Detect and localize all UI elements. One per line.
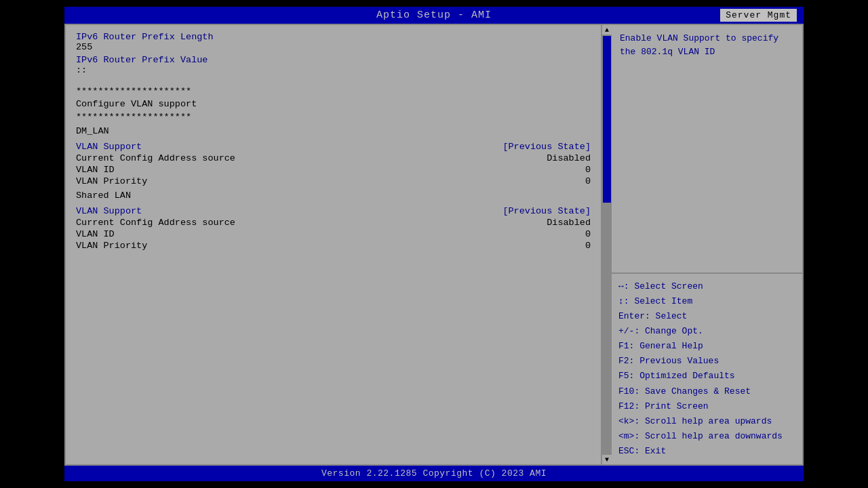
help-text-area: Enable VLAN Support to specify the 802.1… [612,25,802,274]
shared-lan-config-addr-row: Current Config Address source Disabled [76,218,591,228]
help-text-line2: the 802.1q VLAN ID [620,45,794,59]
key-f2: F2: Previous Values [618,354,795,369]
vertical-scrollbar[interactable]: ▲ ▼ [602,25,612,464]
shared-lan-vlan-id-label: VLAN ID [76,229,115,239]
key-select-item: ↕: Select Item [618,294,795,309]
key-k: <k>: Scroll help area upwards [618,414,795,429]
ipv6-prefix-length-label: IPv6 Router Prefix Length [76,32,591,42]
scroll-track [602,35,612,455]
shared-lan-vlan-id-row: VLAN ID 0 [76,229,591,239]
key-enter: Enter: Select [618,309,795,324]
dm-lan-vlan-priority-row: VLAN Priority 0 [76,176,591,186]
shared-lan-config-addr-label: Current Config Address source [76,218,235,228]
key-change-opt: +/-: Change Opt. [618,324,795,339]
key-f1: F1: General Help [618,339,795,354]
key-f10: F10: Save Changes & Reset [618,384,795,399]
shared-lan-config-addr-value: Disabled [547,218,591,228]
footer-bar: Version 2.22.1285 Copyright (C) 2023 AMI [64,466,804,481]
dm-lan-config-addr-label: Current Config Address source [76,153,235,163]
server-mgmt-button[interactable]: Server Mgmt [720,9,797,22]
dm-lan-config-addr-value: Disabled [547,153,591,163]
main-area: IPv6 Router Prefix Length 255 IPv6 Route… [64,24,804,466]
shared-lan-vlan-support-label: VLAN Support [76,206,142,216]
dm-lan-vlan-support-row[interactable]: VLAN Support [Previous State] [76,142,591,152]
key-f12: F12: Print Screen [618,399,795,414]
dm-lan-vlan-priority-value: 0 [585,176,591,186]
shared-lan-vlan-id-value: 0 [585,229,591,239]
key-select-screen: ↔: Select Screen [618,279,795,294]
ipv6-prefix-value-value: :: [76,65,591,75]
shared-lan-vlan-support-value: [Previous State] [502,206,591,216]
key-f5: F5: Optimized Defaults [618,369,795,384]
dm-lan-header: DM_LAN [76,126,591,136]
dm-lan-vlan-support-value: [Previous State] [502,142,591,152]
dm-lan-config-addr-row: Current Config Address source Disabled [76,153,591,163]
configure-vlan-label: Configure VLAN support [76,99,591,109]
dm-lan-vlan-id-row: VLAN ID 0 [76,165,591,175]
footer-text: Version 2.22.1285 Copyright (C) 2023 AMI [321,468,547,479]
dm-lan-vlan-id-value: 0 [585,165,591,175]
app-title: Aptio Setup - AMI [376,9,492,21]
scroll-up-arrow[interactable]: ▲ [602,25,612,35]
dm-lan-vlan-support-label: VLAN Support [76,142,142,152]
dm-lan-vlan-priority-label: VLAN Priority [76,176,147,186]
shared-lan-vlan-priority-label: VLAN Priority [76,241,147,251]
shared-lan-header: Shared LAN [76,190,591,201]
left-panel: IPv6 Router Prefix Length 255 IPv6 Route… [66,25,602,464]
key-esc: ESC: Exit [618,444,795,459]
key-m: <m>: Scroll help area downwards [618,429,795,444]
ipv6-prefix-value-label: IPv6 Router Prefix Value [76,55,591,65]
shared-lan-vlan-priority-value: 0 [585,241,591,251]
ipv6-prefix-length-value: 255 [76,42,591,52]
right-panel: Enable VLAN Support to specify the 802.1… [612,25,802,464]
help-text-line1: Enable VLAN Support to specify [620,32,794,45]
dm-lan-vlan-id-label: VLAN ID [76,165,115,175]
scroll-thumb [603,36,611,203]
title-bar: Aptio Setup - AMI Server Mgmt [64,7,804,24]
separator2: ********************* [76,112,591,122]
shared-lan-vlan-priority-row: VLAN Priority 0 [76,241,591,251]
scroll-down-arrow[interactable]: ▼ [602,455,612,464]
separator1: ********************* [76,86,591,96]
key-help-area: ↔: Select Screen ↕: Select Item Enter: S… [612,274,802,464]
shared-lan-vlan-support-row[interactable]: VLAN Support [Previous State] [76,206,591,216]
